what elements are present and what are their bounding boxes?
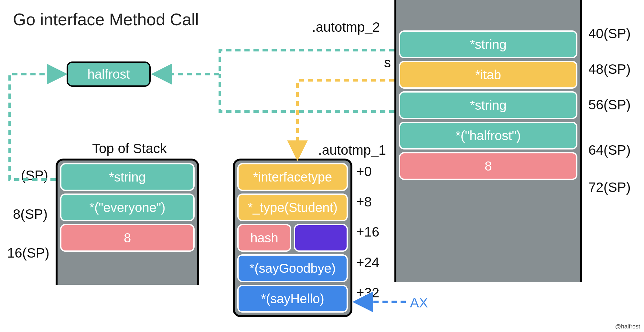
left-off-2: 16(SP) bbox=[7, 245, 49, 261]
right-cell-0: *string bbox=[399, 30, 577, 58]
itab-off-1: +8 bbox=[356, 194, 372, 210]
left-off-0: (SP) bbox=[21, 168, 48, 183]
right-cell-3-text: *("halfrost") bbox=[456, 128, 521, 143]
left-gap bbox=[60, 254, 195, 282]
right-cell-3: *("halfrost") bbox=[399, 122, 577, 149]
itab-cell-0: *interfacetype bbox=[237, 163, 348, 191]
right-off-0: 40(SP) bbox=[588, 26, 631, 41]
right-cell-2: *string bbox=[399, 91, 577, 119]
right-stack: *string *itab *string *("halfrost") 8 bbox=[394, 0, 582, 282]
right-off-1: 48(SP) bbox=[588, 61, 631, 77]
right-cell-0-text: *string bbox=[470, 37, 506, 52]
left-cell-1: *("everyone") bbox=[60, 194, 195, 221]
label-s: s bbox=[384, 55, 391, 71]
itab-cell-0-text: *interfacetype bbox=[253, 170, 332, 184]
itab-off-0: +0 bbox=[356, 164, 372, 179]
itab-cell-2-right bbox=[294, 224, 348, 252]
left-cell-0-text: *string bbox=[109, 170, 145, 184]
left-cell-1-text: *("everyone") bbox=[89, 200, 165, 215]
right-off-4: 72(SP) bbox=[588, 180, 631, 195]
itab-cell-3-text: *(sayGoodbye) bbox=[250, 261, 336, 276]
right-cell-4: 8 bbox=[399, 152, 577, 180]
left-cell-2: 8 bbox=[60, 224, 195, 252]
itab-cell-1-text: *_type(Student) bbox=[248, 200, 338, 215]
itab-cell-3: *(sayGoodbye) bbox=[237, 254, 348, 282]
left-stack-caption: Top of Stack bbox=[92, 141, 167, 156]
ax-label: AX bbox=[410, 295, 428, 311]
itab-cell-2-left: hash bbox=[237, 224, 291, 252]
itab-cell-2-row: hash bbox=[237, 224, 348, 252]
right-gap-top bbox=[399, 3, 577, 30]
itab-struct: *interfacetype *_type(Student) hash *(sa… bbox=[233, 159, 352, 317]
right-cell-4-text: 8 bbox=[485, 159, 492, 173]
itab-cell-1: *_type(Student) bbox=[237, 194, 348, 221]
itab-cell-4: *(sayHello) bbox=[237, 285, 348, 313]
itab-off-4: +32 bbox=[356, 285, 379, 301]
label-autotmp1: .autotmp_1 bbox=[318, 142, 386, 158]
label-autotmp2: .autotmp_2 bbox=[312, 19, 380, 35]
right-cell-2-text: *string bbox=[470, 98, 506, 113]
right-off-3: 64(SP) bbox=[588, 142, 631, 158]
right-cell-1: *itab bbox=[399, 61, 577, 89]
credit: @halfrost bbox=[615, 323, 640, 330]
halfrost-bubble-text: halfrost bbox=[87, 67, 130, 82]
right-off-2: 56(SP) bbox=[588, 97, 631, 113]
right-gap-bottom bbox=[399, 183, 577, 280]
itab-off-3: +24 bbox=[356, 255, 379, 270]
right-cell-1-text: *itab bbox=[475, 68, 501, 82]
left-off-1: 8(SP) bbox=[13, 206, 48, 222]
itab-cell-2-left-text: hash bbox=[250, 231, 278, 245]
left-cell-0: *string bbox=[60, 163, 195, 191]
itab-cell-4-text: *(sayHello) bbox=[261, 292, 324, 306]
diagram-title: Go interface Method Call bbox=[13, 10, 199, 29]
halfrost-bubble: halfrost bbox=[67, 61, 151, 87]
left-stack: *string *("everyone") 8 bbox=[56, 159, 199, 285]
left-cell-2-text: 8 bbox=[124, 231, 131, 245]
itab-off-2: +16 bbox=[356, 224, 379, 240]
